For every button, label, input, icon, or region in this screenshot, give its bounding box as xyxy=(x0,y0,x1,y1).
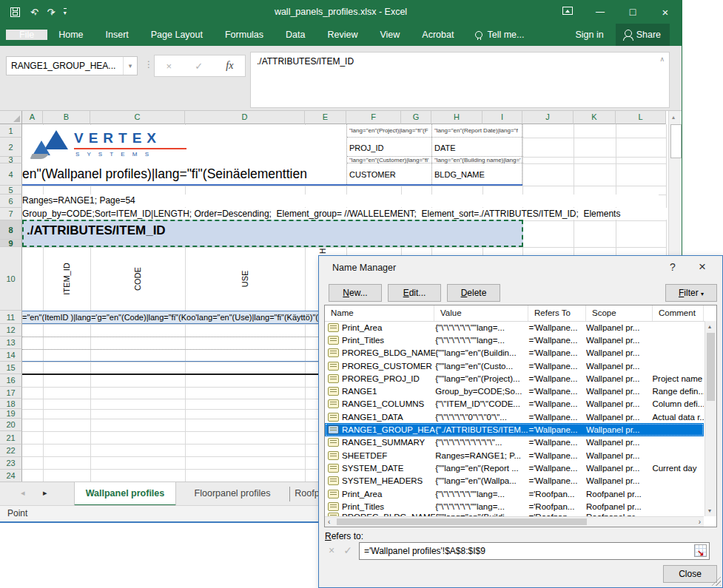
collapse-formula-bar-icon[interactable]: ∧ xyxy=(659,55,665,63)
sheet-title-cell[interactable]: en"(Wallpanel profiles)|lang="fi"(Seinäe… xyxy=(22,163,346,185)
row-header[interactable]: 18 xyxy=(0,399,22,409)
row-header[interactable]: 1 xyxy=(0,124,22,138)
cell-f1[interactable]: "lang="en"(Project)|lang="fi"(F xyxy=(349,127,431,134)
column-header-cell[interactable]: Name xyxy=(325,305,434,321)
row-header[interactable]: 7 xyxy=(0,208,22,220)
column-header[interactable]: I xyxy=(482,111,522,124)
column-header-cell[interactable]: Comment xyxy=(653,305,704,321)
row-header[interactable]: 12 xyxy=(0,324,22,337)
cell-f4[interactable]: CUSTOMER xyxy=(349,170,396,179)
ribbon-tab[interactable]: Page Layout xyxy=(140,30,214,40)
close-dialog-button[interactable]: Close xyxy=(663,565,717,583)
sheet-tab-roofpanel[interactable]: Roofp xyxy=(295,482,320,506)
row-header[interactable]: 24 xyxy=(0,470,22,482)
undo-button[interactable]: ↶▾ xyxy=(30,5,36,18)
cell-h4[interactable]: BLDG_NAME xyxy=(434,170,485,179)
enter-formula-icon[interactable]: ✓ xyxy=(195,61,203,72)
scroll-up-icon[interactable]: ▴ xyxy=(708,323,711,330)
ribbon-tab[interactable]: Home xyxy=(47,30,94,40)
name-row[interactable]: RANGE1_DATA {"\"\"\"\"\"0"\"\"0"\"... ='… xyxy=(325,410,704,423)
column-header-cell[interactable]: Value xyxy=(434,305,528,321)
rotated-header-item-id[interactable]: ITEM_ID xyxy=(37,249,96,309)
name-row[interactable]: RANGE1_COLUMNS {"\"ITEM_ID"\"CODE... ='W… xyxy=(325,398,704,410)
scroll-right-icon[interactable]: › xyxy=(699,517,701,527)
names-vertical-scrollbar[interactable]: ▴ ▾ xyxy=(704,321,716,516)
dialog-help-icon[interactable]: ? xyxy=(670,261,676,273)
ribbon-tab[interactable]: Review xyxy=(316,30,369,40)
scrollbar-thumb[interactable] xyxy=(337,518,587,525)
collapse-dialog-range-icon[interactable] xyxy=(694,544,707,557)
name-row[interactable]: RANGE1_SUMMARY {"\"\"\"\"\"\"\"\"\"\"...… xyxy=(325,436,704,449)
edit-button[interactable]: Edit... xyxy=(388,284,441,302)
column-header[interactable]: G xyxy=(401,111,431,124)
row-header[interactable]: 20 xyxy=(0,419,22,431)
formula-input[interactable]: ./ATTRIBUTES/ITEM_ID∧ xyxy=(250,52,670,108)
share-button[interactable]: Share xyxy=(616,24,670,46)
row-header[interactable]: 16 xyxy=(0,374,22,387)
insert-function-icon[interactable]: fx xyxy=(226,60,233,72)
rotated-header-use[interactable]: USE xyxy=(215,249,275,309)
filter-button[interactable]: Filter ▾ xyxy=(665,284,717,302)
name-row[interactable]: RANGE1 Group_by=CODE;So... ='Wallpane...… xyxy=(325,385,704,397)
tell-me-box[interactable]: Tell me... xyxy=(475,30,524,40)
redo-button[interactable]: ↷▾ xyxy=(47,5,53,18)
scrollbar-thumb[interactable] xyxy=(670,124,682,158)
column-header[interactable]: B xyxy=(43,111,90,124)
row-header[interactable]: 21 xyxy=(0,431,22,445)
name-box[interactable]: RANGE1_GROUP_HEA...▾ xyxy=(6,56,138,75)
delete-button[interactable]: Delete xyxy=(447,284,500,302)
name-row[interactable]: PROREG_BLDG_NAME {""lang="en"(Buildin...… xyxy=(325,347,704,359)
name-row[interactable]: Print_Area {"\"\"\"\"\"\""lang=... ='Roo… xyxy=(325,487,704,500)
cell-a7[interactable]: Group_by=CODE;Sort=ITEM_ID|LENGTH; Order… xyxy=(22,208,667,220)
name-row[interactable]: RANGE1_GROUP_HEA... {"./ATTRIBUTES/ITEM.… xyxy=(325,423,704,436)
cancel-formula-icon[interactable]: × xyxy=(167,61,172,72)
new-button[interactable]: New... xyxy=(329,284,382,302)
row-header[interactable]: 22 xyxy=(0,445,22,457)
column-header[interactable]: D xyxy=(185,111,305,124)
ribbon-tab[interactable]: Acrobat xyxy=(411,30,465,40)
column-header-cell[interactable]: Refers To xyxy=(528,305,586,321)
column-header[interactable]: H xyxy=(431,111,482,124)
scroll-down-icon[interactable]: ▾ xyxy=(708,507,711,514)
row-header[interactable]: 23 xyxy=(0,457,22,470)
sheet-nav-left-icon[interactable]: ◂ xyxy=(21,488,25,498)
row-header[interactable]: 10 xyxy=(0,247,22,311)
name-row[interactable]: SHEETDEF Ranges=RANGE1; P... ='Wallpane.… xyxy=(325,449,704,462)
name-row[interactable]: Print_Titles {"\"\"\"\"\"\""lang=... ='W… xyxy=(325,334,704,346)
sheet-tab-floorpanel[interactable]: Floorpanel profiles xyxy=(176,482,289,506)
name-box-dropdown-icon[interactable]: ▾ xyxy=(123,57,137,75)
column-header[interactable]: K xyxy=(574,111,616,124)
row-header[interactable]: 3 xyxy=(0,157,22,163)
close-button[interactable]: × xyxy=(649,6,682,18)
row-header[interactable]: 14 xyxy=(0,349,22,362)
row-header[interactable]: 2 xyxy=(0,138,22,157)
undo-dropdown-icon[interactable]: ▾ xyxy=(34,11,37,16)
cell-a6[interactable]: Ranges=RANGE1; Page=54 xyxy=(22,195,659,207)
scroll-up-icon[interactable]: ▴ xyxy=(672,114,675,121)
sheet-tab-wallpanel[interactable]: Wallpanel profiles xyxy=(74,482,176,506)
save-icon[interactable] xyxy=(10,7,20,17)
column-header[interactable]: L xyxy=(616,111,666,124)
select-all-corner[interactable] xyxy=(0,111,22,124)
rotated-header-code[interactable]: CODE xyxy=(108,249,167,309)
name-row[interactable]: SYSTEM_DATE {""lang="en"(Report ... ='Wa… xyxy=(325,462,704,474)
refers-to-input[interactable]: ='Wallpanel profiles'!$A$8:$I$9 xyxy=(359,542,710,560)
ribbon-tab[interactable]: Data xyxy=(275,30,316,40)
name-row[interactable]: SYSTEM_HEADERS {""lang="en"(Wallpa... ='… xyxy=(325,475,704,487)
row-header[interactable]: 11 xyxy=(0,311,22,324)
name-row[interactable]: Print_Area {"\"\"\"\"\"\""lang=... ='Wal… xyxy=(325,321,704,334)
row-header[interactable]: 9 xyxy=(0,240,22,247)
row-header[interactable]: 17 xyxy=(0,387,22,399)
ribbon-tab[interactable]: File xyxy=(6,30,47,40)
row-header[interactable]: 4 xyxy=(0,163,22,186)
name-row[interactable]: PROREG_CUSTOMER {""lang="en"(Custo... ='… xyxy=(325,359,704,372)
customize-qat-icon[interactable]: ▾ xyxy=(64,8,67,16)
redo-dropdown-icon[interactable]: ▾ xyxy=(50,11,53,16)
column-header[interactable]: J xyxy=(522,111,574,124)
ribbon-tab[interactable]: View xyxy=(369,30,411,40)
cell-f3[interactable]: "lang="en"(Customer)|lang="fi' xyxy=(349,157,431,163)
row-header[interactable]: 15 xyxy=(0,362,22,374)
column-header[interactable]: F xyxy=(346,111,401,124)
row-header[interactable]: 19 xyxy=(0,409,22,419)
cell-h1[interactable]: "lang="en"(Report Date)|lang="f xyxy=(434,127,522,134)
